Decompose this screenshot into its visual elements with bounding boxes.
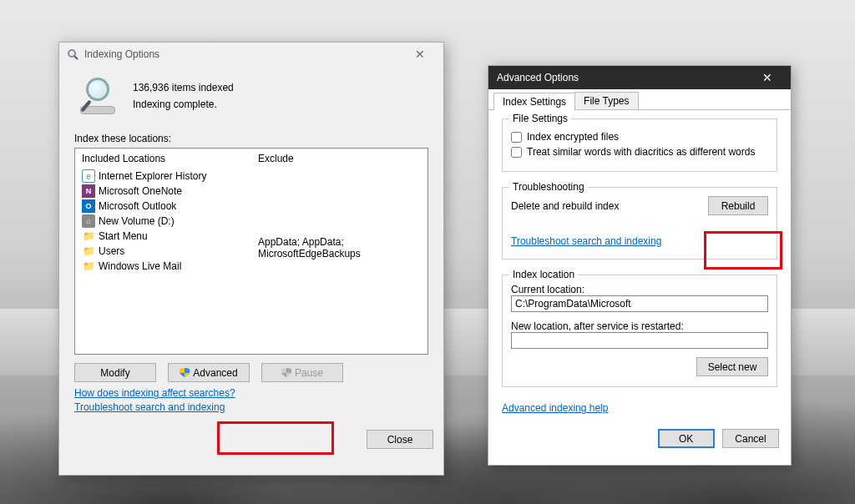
current-location-label: Current location: (511, 284, 768, 295)
exclude-cell (258, 209, 421, 222)
diacritics-checkbox[interactable]: Treat similar words with diacritics as d… (511, 146, 768, 158)
ok-button[interactable]: OK (658, 429, 715, 448)
list-item[interactable]: eInternet Explorer History (82, 169, 245, 184)
close-button[interactable]: ✕ (752, 67, 782, 88)
items-indexed-count: 136,936 items indexed (133, 82, 234, 93)
exclude-cell: AppData; AppData; MicrosoftEdgeBackups (258, 235, 421, 260)
close-button[interactable]: ✕ (403, 43, 437, 65)
file-settings-group: File Settings Index encrypted files Trea… (502, 118, 777, 172)
tab-file-types[interactable]: File Types (574, 92, 638, 109)
folder-icon: 📁 (82, 244, 95, 258)
index-encrypted-checkbox[interactable]: Index encrypted files (511, 131, 768, 143)
dialog-title: Advanced Options (497, 72, 752, 83)
group-legend: Index location (509, 269, 578, 280)
list-item[interactable]: 📁Start Menu (82, 229, 245, 244)
folder-icon: 📁 (82, 229, 95, 243)
group-legend: File Settings (509, 113, 571, 124)
tab-index-settings[interactable]: Index Settings (493, 93, 575, 110)
new-location-label: New location, after service is restarted… (511, 320, 768, 332)
pause-button: Pause (261, 363, 343, 382)
folder-icon: 📁 (82, 260, 95, 273)
advanced-indexing-help-link[interactable]: Advanced indexing help (502, 402, 608, 414)
current-location-field[interactable] (511, 295, 768, 312)
list-item[interactable]: 📁Windows Live Mail (82, 259, 245, 274)
onenote-icon: N (82, 184, 95, 198)
exclude-column-header: Exclude (258, 153, 421, 164)
delete-rebuild-label: Delete and rebuild index (511, 200, 619, 212)
list-item[interactable]: ⌂New Volume (D:) (82, 214, 245, 229)
exclude-cell (258, 169, 421, 182)
exclude-cell (258, 260, 421, 274)
cancel-button[interactable]: Cancel (722, 429, 779, 448)
list-item[interactable]: NMicrosoft OneNote (82, 184, 245, 199)
select-new-button[interactable]: Select new (696, 357, 768, 376)
rebuild-button[interactable]: Rebuild (708, 196, 768, 215)
dialog-title: Indexing Options (84, 48, 403, 60)
magnifier-drive-icon (78, 74, 118, 114)
drive-icon: ⌂ (82, 214, 95, 228)
how-indexing-affects-link[interactable]: How does indexing affect searches? (74, 387, 235, 399)
list-item[interactable]: OMicrosoft Outlook (82, 199, 245, 214)
index-locations-label: Index these locations: (74, 133, 428, 144)
outlook-icon: O (82, 199, 95, 213)
troubleshoot-link[interactable]: Troubleshoot search and indexing (74, 401, 225, 413)
indexing-options-dialog: Indexing Options ✕ 136,936 items indexed… (58, 42, 444, 476)
search-index-icon (66, 48, 79, 61)
troubleshoot-link[interactable]: Troubleshoot search and indexing (511, 235, 661, 247)
locations-listbox[interactable]: Included Locations eInternet Explorer Hi… (74, 148, 428, 355)
list-item[interactable]: 📁Users (82, 244, 245, 259)
close-button[interactable]: Close (367, 430, 433, 449)
status-row: 136,936 items indexed Indexing complete. (74, 74, 428, 121)
exclude-cell (258, 195, 421, 209)
titlebar[interactable]: Indexing Options ✕ (59, 43, 443, 66)
shield-icon (281, 368, 291, 378)
group-legend: Troubleshooting (509, 181, 588, 193)
tab-strip: Index Settings File Types (488, 89, 791, 110)
exclude-cell (258, 182, 421, 195)
exclude-cell (258, 222, 421, 235)
titlebar[interactable]: Advanced Options ✕ (488, 66, 791, 89)
highlight-rebuild (704, 231, 782, 270)
new-location-field[interactable] (511, 332, 768, 349)
ie-icon: e (82, 169, 95, 183)
svg-line-1 (74, 56, 78, 59)
index-location-group: Index location Current location: New loc… (502, 275, 777, 387)
svg-point-0 (68, 50, 75, 57)
shield-icon (180, 368, 190, 378)
included-column-header: Included Locations (82, 153, 245, 164)
advanced-button[interactable]: Advanced (168, 363, 250, 382)
advanced-options-dialog: Advanced Options ✕ Index Settings File T… (488, 65, 792, 466)
indexing-state: Indexing complete. (133, 98, 234, 110)
modify-button[interactable]: Modify (74, 363, 156, 382)
